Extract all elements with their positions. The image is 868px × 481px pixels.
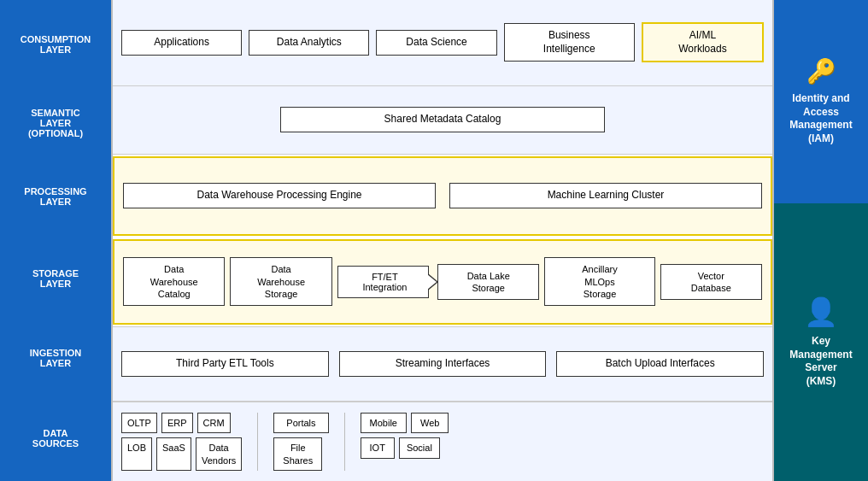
ds-row-2b: FileShares [273, 437, 328, 471]
label-semantic: SEMANTICLAYER(OPTIONAL) [0, 88, 111, 157]
data-lake-storage-box: Data LakeStorage [437, 264, 539, 301]
kms-panel: 👤 KeyManagementServer(KMS) [774, 203, 868, 481]
ingestion-boxes: Third Party ETL Tools Streaming Interfac… [121, 351, 764, 377]
dw-catalog-box: DataWarehouseCatalog [123, 257, 225, 306]
iot-box: IOT [361, 437, 395, 458]
processing-boxes: Data Warehouse Processing Engine Machine… [123, 183, 762, 208]
ingestion-row: Third Party ETL Tools Streaming Interfac… [113, 326, 772, 402]
layer-labels: CONSUMPTION LAYER SEMANTICLAYER(OPTIONAL… [0, 0, 111, 481]
dw-processing-engine-box: Data Warehouse Processing Engine [123, 183, 436, 208]
storage-boxes: DataWarehouseCatalog DataWarehouseStorag… [123, 257, 762, 306]
batch-upload-interfaces-box: Batch Upload Interfaces [556, 351, 764, 377]
ds-row-1b: LOB SaaS DataVendors [121, 437, 242, 471]
iam-title: Identity andAccessManagement(IAM) [789, 92, 852, 145]
shared-metadata-catalog-box: Shared Metadata Catalog [280, 107, 605, 132]
semantic-row: Shared Metadata Catalog [113, 86, 772, 155]
oltp-box: OLTP [121, 413, 157, 433]
saas-box: SaaS [156, 437, 191, 471]
iam-panel: 🔑 Identity andAccessManagement(IAM) [774, 0, 868, 203]
diagram-container: CONSUMPTION LAYER SEMANTICLAYER(OPTIONAL… [0, 0, 868, 481]
ftet-integration-box: FT/ETIntegration [362, 272, 407, 292]
lob-box: LOB [121, 437, 152, 471]
ds-group-2: Portals FileShares [273, 413, 328, 471]
right-panels: 🔑 Identity andAccessManagement(IAM) 👤 Ke… [774, 0, 868, 481]
file-shares-box: FileShares [273, 437, 322, 471]
ds-row-3b: IOT Social [361, 437, 449, 458]
label-datasources: DATASOURCES [0, 396, 111, 481]
label-ingestion: INGESTIONLAYER [0, 320, 111, 396]
label-processing: PROCESSINGLAYER [0, 157, 111, 236]
ancillary-mlops-storage-box: AncillaryMLOpsStorage [544, 257, 654, 306]
ds-group-1: OLTP ERP CRM LOB SaaS DataVendors [121, 413, 242, 471]
portals-box: Portals [273, 413, 328, 433]
ds-group-3: Mobile Web IOT Social [361, 413, 449, 459]
ds-sep-1 [257, 413, 258, 471]
kms-title: KeyManagementServer(KMS) [789, 335, 852, 388]
datasources-row: OLTP ERP CRM LOB SaaS DataVendors Portal… [113, 402, 772, 481]
datasources-content: OLTP ERP CRM LOB SaaS DataVendors Portal… [121, 413, 764, 471]
data-vendors-box: DataVendors [196, 437, 242, 471]
ai-ml-workloads-box: AI/MLWorkloads [642, 22, 764, 62]
person-icon: 👤 [804, 296, 838, 328]
third-party-etl-box: Third Party ETL Tools [121, 351, 329, 377]
ds-row-1a: OLTP ERP CRM [121, 413, 242, 433]
crm-box: CRM [197, 413, 231, 433]
key-icon: 🔑 [806, 57, 836, 85]
data-analytics-box: Data Analytics [249, 30, 369, 56]
mobile-box: Mobile [361, 413, 407, 433]
processing-row: Data Warehouse Processing Engine Machine… [113, 156, 772, 236]
streaming-interfaces-box: Streaming Interfaces [339, 351, 547, 377]
ds-row-2a: Portals [273, 413, 328, 433]
business-intelligence-box: BusinessIntelligence [504, 23, 635, 62]
label-storage: STORAGELAYER [0, 236, 111, 321]
semantic-boxes: Shared Metadata Catalog [121, 107, 764, 132]
dw-storage-box: DataWarehouseStorage [230, 257, 331, 306]
social-box: Social [399, 437, 440, 458]
ml-cluster-box: Machine Learning Cluster [449, 183, 762, 208]
consumption-row: Applications Data Analytics Data Science… [113, 0, 772, 86]
main-content: Applications Data Analytics Data Science… [111, 0, 774, 481]
erp-box: ERP [161, 413, 193, 433]
vector-database-box: VectorDatabase [660, 264, 762, 301]
web-box: Web [411, 413, 449, 433]
storage-row: DataWarehouseCatalog DataWarehouseStorag… [113, 239, 772, 325]
label-consumption: CONSUMPTION LAYER [0, 0, 111, 88]
ds-row-3a: Mobile Web [361, 413, 449, 433]
applications-box: Applications [121, 30, 242, 56]
data-science-box: Data Science [376, 30, 496, 56]
consumption-boxes: Applications Data Analytics Data Science… [121, 22, 764, 62]
ds-sep-2 [344, 413, 345, 471]
